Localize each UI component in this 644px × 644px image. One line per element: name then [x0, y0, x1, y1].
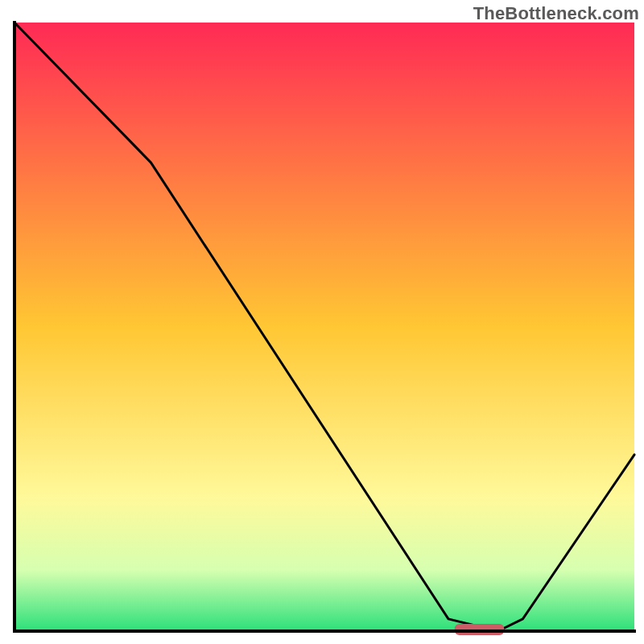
chart-container: { "watermark": "TheBottleneck.com", "cha… — [0, 0, 644, 644]
watermark-text: TheBottleneck.com — [473, 3, 639, 24]
plot-background — [14, 23, 634, 631]
bottleneck-chart — [0, 0, 644, 644]
